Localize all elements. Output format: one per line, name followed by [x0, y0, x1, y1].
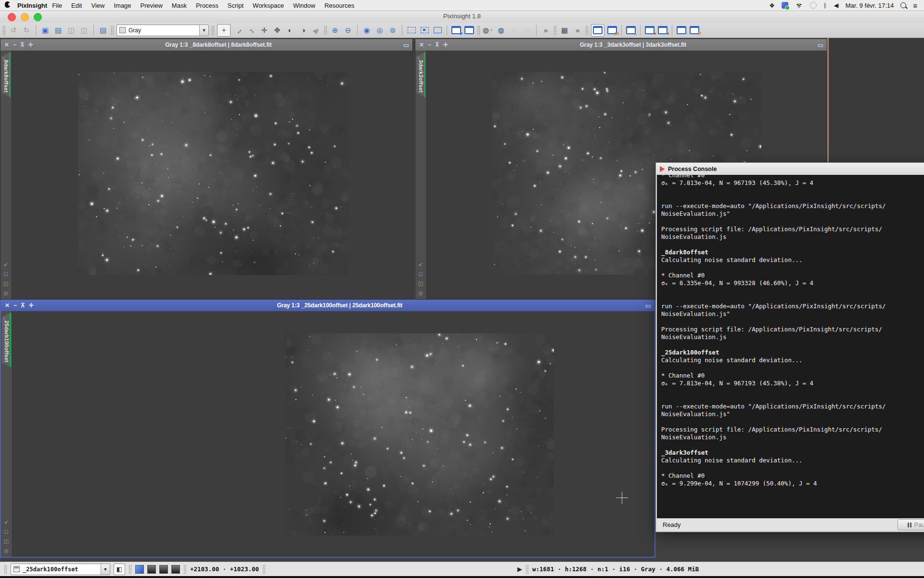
fit-window-icon[interactable]: ◻	[3, 271, 8, 277]
fit-icon[interactable]: ⊼	[20, 42, 25, 48]
close-all-windows-icon[interactable]: ×	[644, 25, 655, 36]
bluetooth-icon[interactable]: ᛒ	[823, 2, 827, 9]
menu-item[interactable]: Script	[228, 2, 244, 9]
stf-preset[interactable]	[147, 565, 156, 574]
zoom-1-1-icon[interactable]: ◉	[361, 25, 372, 36]
image-window-titlebar[interactable]: ✕ − ⊼ ✛ Gray 1:3 _25dark100offset | 25da…	[1, 300, 654, 311]
edit-preview-icon[interactable]	[419, 25, 430, 36]
fit-window-icon[interactable]: ◻	[418, 271, 423, 277]
zoom-in-icon[interactable]: ⊕	[330, 25, 340, 36]
stf-preset[interactable]	[171, 565, 180, 574]
view-selector[interactable]: _25dark100offset ▼	[11, 564, 110, 575]
shade-icon[interactable]: −	[428, 42, 431, 48]
new-preview-icon[interactable]	[406, 25, 417, 36]
redo-icon[interactable]: ↻	[21, 25, 32, 36]
save-as-icon[interactable]: ◫	[79, 25, 90, 36]
close-icon[interactable]: ✕	[4, 42, 9, 48]
center-image-button[interactable]: ✛	[259, 25, 270, 36]
zoom-to-fit-icon[interactable]: ◎	[374, 25, 385, 36]
close-icon[interactable]: ✕	[5, 302, 10, 308]
background-pattern-icon[interactable]: ▦	[559, 25, 570, 36]
track-view-icon[interactable]: ◎	[3, 290, 8, 296]
duplicate-view-icon[interactable]: ◫	[418, 280, 423, 287]
open-image-icon[interactable]: ▤	[53, 25, 64, 36]
menu-item[interactable]: View	[91, 2, 104, 9]
stf-toggle-button[interactable]: ◧	[114, 564, 125, 575]
dropbox-icon[interactable]: ❖	[769, 2, 775, 9]
spotlight-icon[interactable]	[900, 2, 906, 8]
toolbar-grip[interactable]	[553, 26, 557, 35]
readout-mode-button[interactable]: ◐	[285, 25, 295, 36]
toolbar-grip[interactable]	[324, 26, 327, 35]
delete-preview-icon[interactable]	[432, 25, 443, 36]
statusbar-grip[interactable]	[526, 565, 529, 574]
new-mask-icon[interactable]: ◍＋	[483, 25, 493, 36]
statusbar-grip[interactable]	[128, 565, 132, 574]
view-tab[interactable]: _8dark8offset	[1, 52, 11, 97]
stf-preset[interactable]	[159, 565, 168, 574]
menu-item[interactable]: Mask	[172, 2, 187, 9]
console-output[interactable]: * Channel #0σₖ = 7.813e-04, N = 967193 (…	[657, 175, 924, 518]
invert-readout-button[interactable]: ◑	[298, 25, 308, 36]
view-tab[interactable]: _3dark3offset	[416, 52, 425, 97]
window-shade-icon[interactable]: ▭	[642, 302, 654, 309]
notification-center-icon[interactable]: ≡	[913, 1, 917, 10]
image-canvas-area[interactable]	[13, 311, 654, 557]
toolbar-grip[interactable]	[2, 26, 6, 35]
menu-item[interactable]: Window	[293, 2, 315, 9]
fit-icon[interactable]: ⊼	[21, 302, 25, 308]
track-view-icon[interactable]: ◎	[4, 548, 9, 554]
toolbar-grip[interactable]	[477, 26, 480, 35]
close-icon[interactable]: ✕	[419, 42, 424, 48]
invert-mask-icon[interactable]: ◌	[522, 25, 532, 36]
apple-menu[interactable]	[0, 1, 14, 9]
image-canvas-area[interactable]	[12, 51, 412, 299]
toolbar-grip[interactable]	[211, 26, 215, 35]
track-view-icon[interactable]: ◎	[418, 290, 423, 296]
statusbar-grip[interactable]	[4, 565, 7, 574]
view-tab[interactable]: _25dark100offset	[2, 313, 11, 367]
show-mask-icon[interactable]: ◌	[509, 25, 519, 36]
workspace-right-area[interactable]	[829, 38, 924, 163]
combo-dropdown-arrow[interactable]: ▼	[199, 25, 208, 36]
duplicate-view-icon[interactable]: ◫	[4, 538, 9, 544]
send-to-workspace-icon[interactable]: →	[626, 25, 636, 36]
selection-pointer-button[interactable]: ▶	[308, 22, 324, 38]
shade-icon[interactable]: −	[13, 42, 16, 48]
zoom-icon[interactable]: ✛	[29, 302, 34, 308]
play-button[interactable]: ▶	[517, 565, 522, 573]
pan-tool-button[interactable]: ＋	[217, 24, 231, 37]
image-mode-selector[interactable]: Gray ▼	[116, 25, 209, 36]
image-window-titlebar[interactable]: ✕ − ⊼ ✛ Gray 1:3 _8dark8offset | 8dark8o…	[0, 39, 412, 51]
sync-views-icon[interactable]: ↙	[3, 261, 8, 267]
stf-preset-active[interactable]	[135, 565, 144, 574]
fit-window-icon[interactable]: ◻	[4, 528, 8, 535]
zoom-optimal-icon[interactable]: ⊚	[387, 25, 398, 36]
menu-item[interactable]: Image	[114, 2, 131, 9]
workspace-current-icon[interactable]	[591, 24, 604, 37]
app-menu-title[interactable]: PixInsight	[17, 2, 47, 9]
window-shade-icon[interactable]: ▭	[400, 41, 412, 49]
bring-to-front-icon[interactable]: ↑	[676, 25, 687, 36]
toolbar-grip[interactable]	[585, 26, 589, 35]
toolbar-overflow-chevron[interactable]: »	[540, 25, 551, 36]
send-all-to-front-icon[interactable]: ⇈	[689, 25, 700, 36]
open-recent-icon[interactable]: ▤	[98, 25, 108, 36]
menu-item[interactable]: Resources	[324, 2, 354, 9]
volume-icon[interactable]: ◀)	[834, 2, 839, 9]
toolbar-overflow-chevron[interactable]: »	[572, 25, 583, 36]
wifi-icon[interactable]	[795, 2, 803, 8]
menu-item[interactable]: Workspace	[253, 2, 284, 9]
window-shade-icon[interactable]: ▭	[814, 41, 827, 49]
navigate-button[interactable]: ✥	[272, 25, 282, 36]
restore-window-icon[interactable]	[464, 25, 475, 36]
sync-views-icon[interactable]: ↙	[418, 261, 423, 267]
menu-item[interactable]: Edit	[71, 2, 82, 9]
new-image-icon[interactable]: ▣	[40, 25, 51, 36]
duplicate-view-icon[interactable]: ◫	[3, 280, 8, 287]
zoom-icon[interactable]: ✛	[28, 42, 33, 48]
menu-item[interactable]: File	[52, 2, 62, 9]
toolbar-grip[interactable]	[111, 26, 114, 35]
fit-icon[interactable]: ⊼	[435, 42, 439, 48]
zoom-out-icon[interactable]: ⊖	[343, 25, 353, 36]
